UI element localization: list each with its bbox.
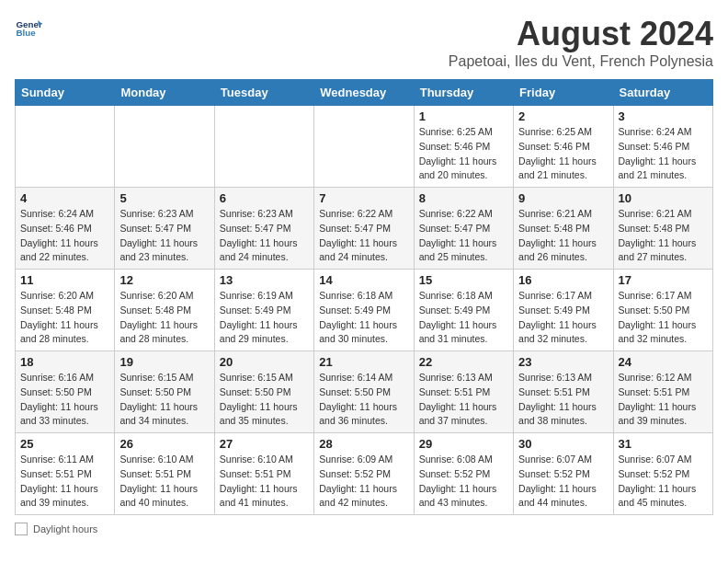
day-info: Sunrise: 6:21 AMSunset: 5:48 PMDaylight:… xyxy=(619,207,708,265)
day-number: 31 xyxy=(619,437,708,451)
calendar-cell xyxy=(16,106,115,188)
calendar-cell: 21Sunrise: 6:14 AMSunset: 5:50 PMDayligh… xyxy=(314,351,414,433)
calendar-cell: 24Sunrise: 6:12 AMSunset: 5:51 PMDayligh… xyxy=(613,351,712,433)
day-number: 18 xyxy=(20,355,109,369)
calendar-cell: 6Sunrise: 6:23 AMSunset: 5:47 PMDaylight… xyxy=(214,188,313,270)
day-info: Sunrise: 6:22 AMSunset: 5:47 PMDaylight:… xyxy=(419,207,508,265)
day-header-monday: Monday xyxy=(115,80,214,106)
title-block: August 2024 Papetoai, Iles du Vent, Fren… xyxy=(449,15,713,70)
calendar-cell: 29Sunrise: 6:08 AMSunset: 5:52 PMDayligh… xyxy=(414,433,513,515)
logo: General Blue xyxy=(15,15,42,42)
calendar-week-row: 11Sunrise: 6:20 AMSunset: 5:48 PMDayligh… xyxy=(16,270,713,351)
day-info: Sunrise: 6:25 AMSunset: 5:46 PMDaylight:… xyxy=(518,125,608,183)
svg-text:Blue: Blue xyxy=(17,28,37,38)
day-header-saturday: Saturday xyxy=(613,80,712,106)
calendar-cell: 10Sunrise: 6:21 AMSunset: 5:48 PMDayligh… xyxy=(613,188,712,270)
day-header-thursday: Thursday xyxy=(414,80,513,106)
calendar-cell: 11Sunrise: 6:20 AMSunset: 5:48 PMDayligh… xyxy=(16,270,115,351)
day-number: 5 xyxy=(119,191,209,205)
day-number: 7 xyxy=(319,191,408,205)
day-info: Sunrise: 6:15 AMSunset: 5:50 PMDaylight:… xyxy=(220,371,309,429)
calendar-cell: 20Sunrise: 6:15 AMSunset: 5:50 PMDayligh… xyxy=(214,351,313,433)
logo-icon: General Blue xyxy=(15,15,42,42)
location-subtitle: Papetoai, Iles du Vent, French Polynesia xyxy=(449,53,713,70)
calendar-table: SundayMondayTuesdayWednesdayThursdayFrid… xyxy=(15,79,713,515)
day-number: 13 xyxy=(220,273,309,287)
day-number: 12 xyxy=(119,273,209,287)
footer: Daylight hours xyxy=(15,523,713,535)
calendar-cell: 22Sunrise: 6:13 AMSunset: 5:51 PMDayligh… xyxy=(414,351,513,433)
calendar-cell: 15Sunrise: 6:18 AMSunset: 5:49 PMDayligh… xyxy=(414,270,513,351)
day-info: Sunrise: 6:11 AMSunset: 5:51 PMDaylight:… xyxy=(20,453,109,511)
day-info: Sunrise: 6:09 AMSunset: 5:52 PMDaylight:… xyxy=(319,453,408,511)
day-number: 27 xyxy=(220,437,309,451)
day-number: 4 xyxy=(20,191,109,205)
day-info: Sunrise: 6:10 AMSunset: 5:51 PMDaylight:… xyxy=(119,453,209,511)
calendar-cell: 7Sunrise: 6:22 AMSunset: 5:47 PMDaylight… xyxy=(314,188,414,270)
calendar-cell: 18Sunrise: 6:16 AMSunset: 5:50 PMDayligh… xyxy=(16,351,115,433)
calendar-cell: 16Sunrise: 6:17 AMSunset: 5:49 PMDayligh… xyxy=(514,270,613,351)
day-info: Sunrise: 6:07 AMSunset: 5:52 PMDaylight:… xyxy=(518,453,608,511)
calendar-week-row: 1Sunrise: 6:25 AMSunset: 5:46 PMDaylight… xyxy=(16,106,713,188)
day-number: 3 xyxy=(619,109,708,123)
day-info: Sunrise: 6:10 AMSunset: 5:51 PMDaylight:… xyxy=(220,453,309,511)
calendar-cell: 19Sunrise: 6:15 AMSunset: 5:50 PMDayligh… xyxy=(115,351,214,433)
day-info: Sunrise: 6:23 AMSunset: 5:47 PMDaylight:… xyxy=(119,207,209,265)
day-number: 17 xyxy=(619,273,708,287)
calendar-cell: 27Sunrise: 6:10 AMSunset: 5:51 PMDayligh… xyxy=(214,433,313,515)
calendar-cell: 17Sunrise: 6:17 AMSunset: 5:50 PMDayligh… xyxy=(613,270,712,351)
calendar-cell: 1Sunrise: 6:25 AMSunset: 5:46 PMDaylight… xyxy=(414,106,513,188)
calendar-cell: 26Sunrise: 6:10 AMSunset: 5:51 PMDayligh… xyxy=(115,433,214,515)
day-info: Sunrise: 6:14 AMSunset: 5:50 PMDaylight:… xyxy=(319,371,408,429)
calendar-cell: 4Sunrise: 6:24 AMSunset: 5:46 PMDaylight… xyxy=(16,188,115,270)
day-number: 6 xyxy=(220,191,309,205)
calendar-cell: 2Sunrise: 6:25 AMSunset: 5:46 PMDaylight… xyxy=(514,106,613,188)
day-number: 28 xyxy=(319,437,408,451)
day-info: Sunrise: 6:17 AMSunset: 5:49 PMDaylight:… xyxy=(518,289,608,347)
month-title: August 2024 xyxy=(449,15,713,53)
calendar-cell xyxy=(214,106,313,188)
day-info: Sunrise: 6:07 AMSunset: 5:52 PMDaylight:… xyxy=(619,453,708,511)
calendar-cell xyxy=(115,106,214,188)
calendar-cell: 31Sunrise: 6:07 AMSunset: 5:52 PMDayligh… xyxy=(613,433,712,515)
day-number: 19 xyxy=(119,355,209,369)
day-header-sunday: Sunday xyxy=(16,80,115,106)
day-number: 8 xyxy=(419,191,508,205)
calendar-cell: 3Sunrise: 6:24 AMSunset: 5:46 PMDaylight… xyxy=(613,106,712,188)
day-number: 23 xyxy=(518,355,608,369)
day-number: 2 xyxy=(518,109,608,123)
day-number: 22 xyxy=(419,355,508,369)
calendar-header-row: SundayMondayTuesdayWednesdayThursdayFrid… xyxy=(16,80,713,106)
day-number: 11 xyxy=(20,273,109,287)
calendar-week-row: 25Sunrise: 6:11 AMSunset: 5:51 PMDayligh… xyxy=(16,433,713,515)
calendar-cell: 28Sunrise: 6:09 AMSunset: 5:52 PMDayligh… xyxy=(314,433,414,515)
day-number: 21 xyxy=(319,355,408,369)
footer-label: Daylight hours xyxy=(33,523,97,534)
calendar-week-row: 4Sunrise: 6:24 AMSunset: 5:46 PMDaylight… xyxy=(16,188,713,270)
day-number: 26 xyxy=(119,437,209,451)
day-header-tuesday: Tuesday xyxy=(214,80,313,106)
day-info: Sunrise: 6:22 AMSunset: 5:47 PMDaylight:… xyxy=(319,207,408,265)
day-number: 15 xyxy=(419,273,508,287)
calendar-cell: 9Sunrise: 6:21 AMSunset: 5:48 PMDaylight… xyxy=(514,188,613,270)
day-number: 29 xyxy=(419,437,508,451)
day-info: Sunrise: 6:19 AMSunset: 5:49 PMDaylight:… xyxy=(220,289,309,347)
calendar-week-row: 18Sunrise: 6:16 AMSunset: 5:50 PMDayligh… xyxy=(16,351,713,433)
day-number: 14 xyxy=(319,273,408,287)
day-number: 1 xyxy=(419,109,508,123)
day-info: Sunrise: 6:23 AMSunset: 5:47 PMDaylight:… xyxy=(220,207,309,265)
calendar-cell: 14Sunrise: 6:18 AMSunset: 5:49 PMDayligh… xyxy=(314,270,414,351)
day-header-friday: Friday xyxy=(514,80,613,106)
calendar-cell: 5Sunrise: 6:23 AMSunset: 5:47 PMDaylight… xyxy=(115,188,214,270)
day-number: 16 xyxy=(518,273,608,287)
day-info: Sunrise: 6:13 AMSunset: 5:51 PMDaylight:… xyxy=(419,371,508,429)
day-info: Sunrise: 6:15 AMSunset: 5:50 PMDaylight:… xyxy=(119,371,209,429)
day-info: Sunrise: 6:24 AMSunset: 5:46 PMDaylight:… xyxy=(619,125,708,183)
day-number: 30 xyxy=(518,437,608,451)
day-number: 9 xyxy=(518,191,608,205)
day-info: Sunrise: 6:18 AMSunset: 5:49 PMDaylight:… xyxy=(319,289,408,347)
day-info: Sunrise: 6:13 AMSunset: 5:51 PMDaylight:… xyxy=(518,371,608,429)
day-number: 25 xyxy=(20,437,109,451)
calendar-cell: 25Sunrise: 6:11 AMSunset: 5:51 PMDayligh… xyxy=(16,433,115,515)
day-info: Sunrise: 6:20 AMSunset: 5:48 PMDaylight:… xyxy=(20,289,109,347)
